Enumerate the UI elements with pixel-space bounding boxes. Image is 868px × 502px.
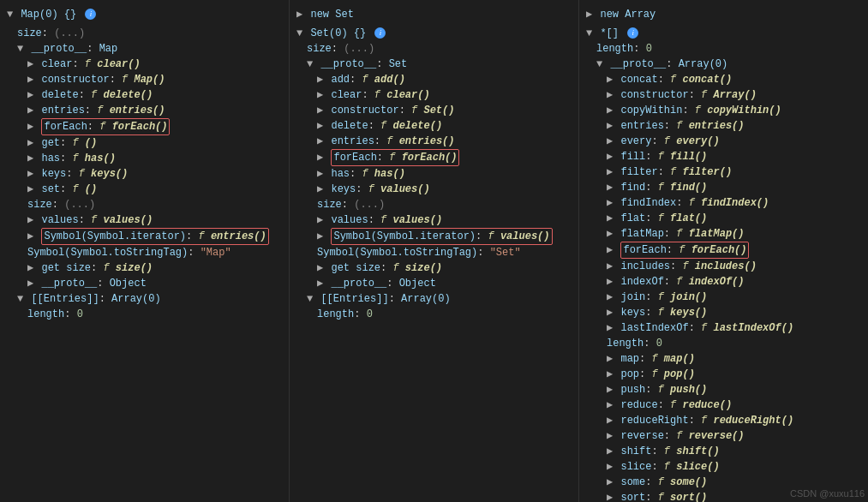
set-size: size: (...) xyxy=(296,41,572,57)
set-constructor[interactable]: ▶ constructor: f Set() xyxy=(296,103,572,118)
array-new-title[interactable]: ▶ new Array xyxy=(586,7,861,22)
map-values[interactable]: ▶ values: f values() xyxy=(7,212,282,228)
array-concat[interactable]: ▶ concat: f concat() xyxy=(586,72,861,87)
set-proto-object[interactable]: ▶ __proto__: Object xyxy=(296,276,572,291)
set-entries[interactable]: ▶ entries: f entries() xyxy=(296,134,572,149)
array-push[interactable]: ▶ push: f push() xyxy=(586,382,861,397)
array-title[interactable]: ▼ *[] i xyxy=(586,26,861,41)
set-panel: ▶ new Set ▼ Set(0) {} i size: (...) ▼ __… xyxy=(290,0,579,502)
watermark: CSDN @xuxu116 xyxy=(790,488,865,499)
map-keys[interactable]: ▶ keys: f keys() xyxy=(7,166,282,182)
set-info-icon[interactable]: i xyxy=(374,27,386,39)
array-keys[interactable]: ▶ keys: f keys() xyxy=(586,305,861,320)
map-panel: ▼ Map(0) {} i size: (...) ▼ __proto__: M… xyxy=(0,0,290,502)
set-symbol-highlight: Symbol(Symbol.iterator): f values() xyxy=(331,228,552,245)
array-shift[interactable]: ▶ shift: f shift() xyxy=(586,444,861,459)
array-every[interactable]: ▶ every: f every() xyxy=(586,134,861,149)
map-constructor[interactable]: ▶ constructor: f Map() xyxy=(7,72,282,87)
array-copywith[interactable]: ▶ copyWithin: f copyWithin() xyxy=(586,103,861,118)
array-proto-expand[interactable]: ▼ __proto__: Array(0) xyxy=(586,57,861,72)
array-reduceright[interactable]: ▶ reduceRight: f reduceRight() xyxy=(586,413,861,428)
map-entries-length: length: 0 xyxy=(7,307,282,322)
array-find[interactable]: ▶ find: f find() xyxy=(586,180,861,195)
array-foreach[interactable]: ▶ forEach: f forEach() xyxy=(586,242,861,259)
set-tostring-tag: Symbol(Symbol.toStringTag): "Set" xyxy=(296,245,572,260)
array-reduce[interactable]: ▶ reduce: f reduce() xyxy=(586,397,861,413)
set-symbol-iterator[interactable]: ▶ Symbol(Symbol.iterator): f values() xyxy=(296,228,572,245)
array-flatmap[interactable]: ▶ flatMap: f flatMap() xyxy=(586,226,861,242)
array-includes[interactable]: ▶ includes: f includes() xyxy=(586,259,861,274)
map-delete[interactable]: ▶ delete: f delete() xyxy=(7,87,282,103)
set-delete[interactable]: ▶ delete: f delete() xyxy=(296,118,572,134)
array-reverse[interactable]: ▶ reverse: f reverse() xyxy=(586,428,861,444)
array-pop[interactable]: ▶ pop: f pop() xyxy=(586,367,861,382)
map-info-icon[interactable]: i xyxy=(85,9,96,20)
array-flat[interactable]: ▶ flat: f flat() xyxy=(586,211,861,226)
map-expand-icon[interactable]: ▼ xyxy=(7,9,13,21)
map-symbol-iterator[interactable]: ▶ Symbol(Symbol.iterator): f entries() xyxy=(7,228,282,245)
set-get-size[interactable]: ▶ get size: f size() xyxy=(296,260,572,276)
set-new-title[interactable]: ▶ new Set xyxy=(296,7,572,22)
set-clear[interactable]: ▶ clear: f clear() xyxy=(296,87,572,103)
map-entries-expand[interactable]: ▼ [[Entries]]: Array(0) xyxy=(7,291,282,307)
array-slice[interactable]: ▶ slice: f slice() xyxy=(586,459,861,475)
array-constructor[interactable]: ▶ constructor: f Array() xyxy=(586,87,861,103)
array-map[interactable]: ▶ map: f map() xyxy=(586,351,861,367)
set-entries-length: length: 0 xyxy=(296,307,572,322)
array-indexof[interactable]: ▶ indexOf: f indexOf() xyxy=(586,274,861,290)
set-has[interactable]: ▶ has: f has() xyxy=(296,166,572,182)
set-title[interactable]: ▼ Set(0) {} i xyxy=(296,26,572,41)
set-foreach-highlight: forEach: f forEach() xyxy=(331,149,459,166)
set-proto-expand[interactable]: ▼ __proto__: Set xyxy=(296,57,572,72)
set-foreach[interactable]: ▶ forEach: f forEach() xyxy=(296,149,572,166)
map-get-size[interactable]: ▶ get size: f size() xyxy=(7,260,282,276)
map-size2: size: (...) xyxy=(7,197,282,212)
map-foreach[interactable]: ▶ forEach: f forEach() xyxy=(7,118,282,135)
set-values[interactable]: ▶ values: f values() xyxy=(296,212,572,228)
map-clear[interactable]: ▶ clear: f clear() xyxy=(7,57,282,72)
array-join[interactable]: ▶ join: f join() xyxy=(586,290,861,305)
array-filter[interactable]: ▶ filter: f filter() xyxy=(586,164,861,180)
array-lastindexof[interactable]: ▶ lastIndexOf: f lastIndexOf() xyxy=(586,320,861,336)
map-entries[interactable]: ▶ entries: f entries() xyxy=(7,103,282,118)
map-set[interactable]: ▶ set: f () xyxy=(7,182,282,197)
array-length: length: 0 xyxy=(586,41,861,57)
map-tostring-tag: Symbol(Symbol.toStringTag): "Map" xyxy=(7,245,282,260)
map-size: size: (...) xyxy=(7,26,282,41)
map-has[interactable]: ▶ has: f has() xyxy=(7,151,282,166)
map-proto-object[interactable]: ▶ __proto__: Object xyxy=(7,276,282,291)
array-length2: length: 0 xyxy=(586,336,861,351)
set-size2: size: (...) xyxy=(296,197,572,212)
set-entries-expand[interactable]: ▼ [[Entries]]: Array(0) xyxy=(296,291,572,307)
map-proto-expand[interactable]: ▼ __proto__: Map xyxy=(7,41,282,57)
array-fill[interactable]: ▶ fill: f fill() xyxy=(586,149,861,164)
set-keys[interactable]: ▶ keys: f values() xyxy=(296,182,572,197)
map-title[interactable]: ▼ Map(0) {} i xyxy=(7,7,282,22)
array-entries[interactable]: ▶ entries: f entries() xyxy=(586,118,861,134)
array-info-icon[interactable]: i xyxy=(627,27,638,39)
array-foreach-highlight: forEach: f forEach() xyxy=(620,242,749,259)
map-foreach-highlight: forEach: f forEach() xyxy=(41,118,170,135)
array-panel: ▶ new Array ▼ *[] i length: 0 ▼ __proto_… xyxy=(579,0,868,502)
map-symbol-highlight: Symbol(Symbol.iterator): f entries() xyxy=(41,228,268,245)
set-add[interactable]: ▶ add: f add() xyxy=(296,72,572,87)
map-get[interactable]: ▶ get: f () xyxy=(7,135,282,151)
array-findindex[interactable]: ▶ findIndex: f findIndex() xyxy=(586,195,861,211)
